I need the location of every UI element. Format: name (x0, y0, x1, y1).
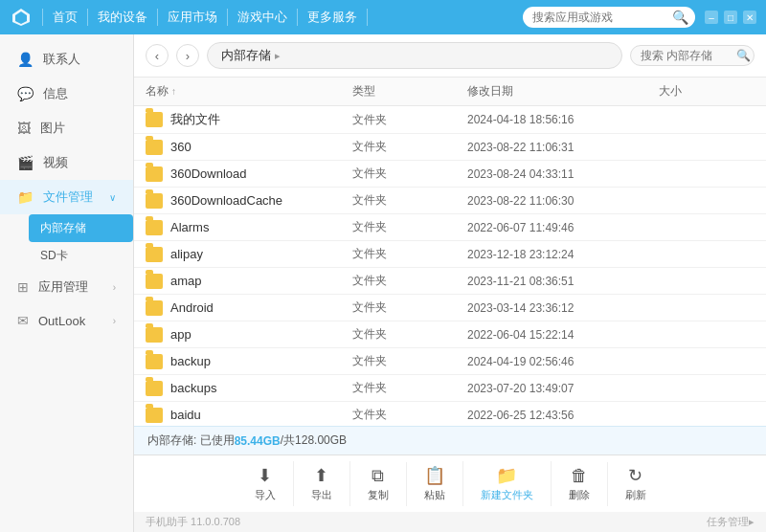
nav-more-services[interactable]: 更多服务 (298, 9, 368, 26)
import-label: 导入 (255, 488, 276, 502)
table-row[interactable]: Alarms 文件夹 2022-06-07 11:49:46 (134, 214, 766, 241)
contacts-icon: 👤 (17, 52, 34, 67)
folder-icon (146, 327, 163, 343)
file-date: 2022-06-25 12:43:56 (467, 409, 659, 422)
table-row[interactable]: 360DownloadCache 文件夹 2023-08-22 11:06:30 (134, 188, 766, 214)
table-row[interactable]: baidu 文件夹 2022-06-25 12:43:56 (134, 402, 766, 426)
table-row[interactable]: backups 文件夹 2023-07-20 13:49:07 (134, 375, 766, 402)
sidebar-item-contacts[interactable]: 👤 联系人 (0, 42, 133, 77)
folder-icon (146, 274, 163, 289)
file-toolbar: ‹ › 内部存储 ▸ 🔍 (134, 34, 766, 78)
folder-icon (146, 193, 163, 209)
file-type: 文件夹 (352, 246, 467, 262)
table-row[interactable]: amap 文件夹 2023-11-21 08:36:51 (134, 268, 766, 295)
sidebar-label-contacts: 联系人 (43, 51, 80, 68)
copy-label: 复制 (368, 488, 389, 502)
table-row[interactable]: backup 文件夹 2024-04-19 02:56:46 (134, 348, 766, 375)
back-button[interactable]: ‹ (146, 44, 169, 67)
file-type: 文件夹 (352, 380, 467, 396)
new-folder-label: 新建文件夹 (481, 488, 533, 502)
col-date: 修改日期 (467, 83, 659, 100)
sidebar: 👤 联系人 💬 信息 🖼 图片 🎬 视频 📁 文件管理 ∨ 内部存储 SD卡 ⊞… (0, 34, 134, 532)
nav-my-device[interactable]: 我的设备 (88, 9, 158, 26)
file-name-cell: backup (146, 354, 352, 369)
file-date: 2023-08-22 11:06:31 (467, 141, 659, 154)
file-name-cell: app (146, 327, 352, 343)
col-type: 类型 (352, 83, 467, 100)
close-button[interactable]: ✕ (743, 11, 756, 24)
file-search-input[interactable] (641, 49, 732, 62)
file-name: 360DownloadCache (170, 193, 282, 208)
file-date: 2023-03-14 23:36:12 (467, 301, 659, 315)
status-suffix: /共128.00GB (281, 432, 347, 449)
used-size: 85.44GB (235, 434, 281, 448)
sidebar-item-photos[interactable]: 🖼 图片 (0, 111, 133, 145)
maximize-button[interactable]: □ (724, 11, 737, 24)
file-name: Android (170, 300, 214, 315)
paste-button[interactable]: 📋 粘贴 (407, 461, 463, 506)
table-row[interactable]: app 文件夹 2022-06-04 15:22:14 (134, 321, 766, 348)
copy-button[interactable]: ⧉ 复制 (350, 462, 407, 506)
sidebar-label-app-manager: 应用管理 (38, 278, 88, 296)
sidebar-item-videos[interactable]: 🎬 视频 (0, 145, 133, 180)
file-type: 文件夹 (352, 273, 467, 289)
sidebar-item-file-manager[interactable]: 📁 文件管理 ∨ (0, 180, 133, 214)
sidebar-item-outlook[interactable]: ✉ OutLook › (0, 304, 133, 337)
table-row[interactable]: 360Download 文件夹 2023-08-24 04:33:11 (134, 161, 766, 188)
file-name-cell: amap (146, 274, 352, 289)
copy-icon: ⧉ (372, 466, 384, 486)
app-logo (10, 6, 33, 29)
file-date: 2022-06-04 15:22:14 (467, 328, 659, 342)
table-row[interactable]: Android 文件夹 2023-03-14 23:36:12 (134, 295, 766, 321)
main-layout: 👤 联系人 💬 信息 🖼 图片 🎬 视频 📁 文件管理 ∨ 内部存储 SD卡 ⊞… (0, 34, 766, 532)
file-manager-icon: 📁 (17, 189, 34, 205)
file-type: 文件夹 (352, 139, 467, 155)
forward-button[interactable]: › (176, 44, 199, 67)
file-search[interactable]: 🔍 (630, 45, 755, 66)
task-manager-link[interactable]: 任务管理▸ (707, 515, 755, 529)
file-type: 文件夹 (352, 166, 467, 182)
top-search[interactable]: 🔍 (523, 7, 695, 28)
table-row[interactable]: 360 文件夹 2023-08-22 11:06:31 (134, 134, 766, 161)
new-folder-button[interactable]: 📁 新建文件夹 (463, 461, 552, 506)
file-name-cell: 我的文件 (146, 111, 352, 128)
folder-icon (146, 354, 163, 369)
col-size: 大小 (659, 83, 755, 100)
title-bar: 首页 我的设备 应用市场 游戏中心 更多服务 🔍 – □ ✕ (0, 0, 766, 34)
export-button[interactable]: ⬆ 导出 (294, 461, 350, 506)
minimize-button[interactable]: – (705, 11, 718, 24)
top-search-input[interactable] (532, 11, 666, 24)
file-name-cell: 360Download (146, 166, 352, 182)
messages-icon: 💬 (17, 86, 34, 101)
version-text: 手机助手 11.0.0.708 (146, 515, 240, 529)
nav-app-market[interactable]: 应用市场 (158, 9, 228, 26)
sort-arrow-icon: ↑ (171, 86, 176, 97)
sidebar-item-app-manager[interactable]: ⊞ 应用管理 › (0, 270, 133, 304)
file-type: 文件夹 (352, 112, 467, 128)
table-row[interactable]: alipay 文件夹 2023-12-18 23:12:24 (134, 241, 766, 268)
file-name: baidu (170, 408, 201, 422)
table-row[interactable]: 我的文件 文件夹 2024-04-18 18:56:16 (134, 106, 766, 134)
delete-button[interactable]: 🗑 删除 (552, 462, 608, 506)
refresh-button[interactable]: ↻ 刷新 (608, 461, 664, 506)
import-button[interactable]: ⬇ 导入 (237, 461, 294, 506)
nav-game-center[interactable]: 游戏中心 (228, 9, 298, 26)
file-name: 360 (170, 140, 192, 154)
window-controls: – □ ✕ (705, 11, 756, 24)
file-date: 2023-08-24 04:33:11 (467, 167, 659, 181)
sidebar-sub-internal-storage[interactable]: 内部存储 (29, 214, 133, 242)
file-date: 2023-12-18 23:12:24 (467, 248, 659, 261)
import-icon: ⬇ (258, 465, 272, 486)
nav-home[interactable]: 首页 (42, 9, 88, 26)
path-bar[interactable]: 内部存储 ▸ (207, 42, 622, 69)
file-name: Alarms (170, 220, 209, 234)
export-icon: ⬆ (314, 465, 328, 486)
sidebar-item-messages[interactable]: 💬 信息 (0, 77, 133, 111)
sidebar-sub-file: 内部存储 SD卡 (0, 214, 133, 270)
folder-icon (146, 247, 163, 262)
refresh-icon: ↻ (628, 465, 642, 486)
path-arrow-icon: ▸ (275, 50, 281, 62)
sidebar-sub-sd-card[interactable]: SD卡 (29, 242, 133, 270)
folder-icon (146, 140, 163, 155)
sidebar-label-outlook: OutLook (38, 314, 85, 328)
